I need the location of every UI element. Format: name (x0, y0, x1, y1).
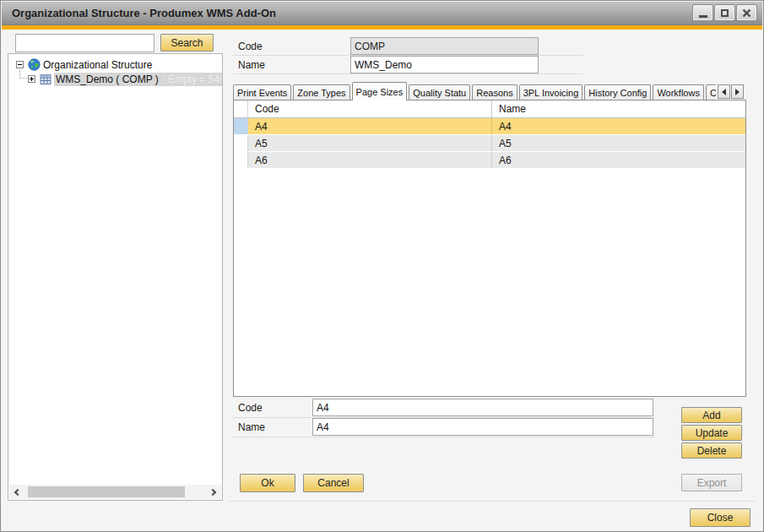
app-window: Organizational Structure - Produmex WMS … (0, 0, 764, 532)
company-code-label: Code (238, 41, 263, 52)
tab-scroll-right-button[interactable] (731, 84, 744, 99)
triangle-left-icon (722, 89, 726, 95)
tab-reasons[interactable]: Reasons (472, 84, 517, 100)
window-controls (693, 5, 756, 20)
company-name-label: Name (238, 59, 265, 71)
chevron-right-icon (209, 488, 216, 495)
tree-horizontal-scrollbar (9, 485, 221, 499)
tab-scroll-buttons (718, 84, 744, 99)
maximize-icon (721, 9, 729, 17)
chevron-left-icon (14, 488, 21, 495)
expand-icon[interactable] (28, 75, 35, 83)
column-header-name[interactable]: Name (491, 100, 745, 117)
update-button[interactable]: Update (681, 425, 742, 441)
tab-workflows[interactable]: Workflows (653, 84, 704, 100)
close-window-button[interactable] (737, 5, 756, 20)
tree-node-wms-demo[interactable]: WMS_Demo ( COMP ) - Empty = 54/5 (8, 72, 222, 86)
cell-code[interactable]: A5 (248, 135, 491, 151)
column-header-code[interactable]: Code (248, 100, 491, 117)
close-button[interactable]: Close (690, 508, 750, 527)
maximize-button[interactable] (715, 5, 734, 20)
tab-quality-status[interactable]: Quality Statu (409, 84, 470, 100)
tab-print-events[interactable]: Print Events (233, 84, 291, 100)
row-selector[interactable] (234, 135, 248, 151)
tab-history-config[interactable]: History Config (584, 84, 651, 100)
collapse-icon[interactable] (16, 61, 24, 68)
minimize-icon (699, 15, 707, 18)
scroll-left-button[interactable] (9, 485, 24, 499)
tab-scroll-left-button[interactable] (718, 84, 730, 99)
tab-3pl-invoicing[interactable]: 3PL Invoicing (519, 84, 583, 100)
grid-row-a6[interactable]: A6 A6 (234, 152, 745, 169)
cell-name[interactable]: A4 (491, 118, 745, 134)
field-separator (233, 437, 655, 437)
grid-row-a5[interactable]: A5 A5 (234, 135, 745, 152)
company-database-icon (40, 73, 51, 85)
org-structure-tree: Organizational Structure WMS_Demo ( COMP… (8, 53, 223, 501)
tab-zone-types[interactable]: Zone Types (293, 84, 349, 100)
tree-node-organizational-structure[interactable]: Organizational Structure (8, 57, 222, 72)
search-input[interactable] (15, 34, 154, 52)
grid-row-a4[interactable]: A4 A4 (234, 118, 745, 135)
search-button[interactable]: Search (160, 34, 214, 52)
globe-icon (28, 58, 41, 71)
scroll-right-button[interactable] (207, 485, 221, 499)
row-selector[interactable] (234, 152, 248, 168)
ok-button[interactable]: Ok (240, 474, 295, 492)
accent-stripe (2, 25, 762, 30)
cell-code[interactable]: A4 (248, 118, 491, 134)
detail-code-label: Code (238, 402, 263, 414)
detail-name-label: Name (238, 421, 265, 433)
company-code-field (350, 37, 539, 55)
tab-config[interactable]: Conf (706, 84, 716, 100)
row-selector[interactable] (234, 118, 248, 134)
minimize-button[interactable] (693, 5, 713, 20)
row-selector-header[interactable] (234, 100, 248, 117)
field-separator (233, 73, 583, 74)
triangle-right-icon (735, 89, 740, 95)
cell-name[interactable]: A6 (491, 152, 745, 168)
tree-node-label: WMS_Demo ( COMP ) (56, 73, 159, 85)
page-sizes-grid: Code Name A4 A4 A5 A5 A6 A6 (233, 100, 746, 397)
delete-button[interactable]: Delete (681, 442, 742, 459)
scrollbar-thumb[interactable] (28, 486, 185, 497)
grid-header-row: Code Name (234, 100, 745, 118)
cell-code[interactable]: A6 (248, 152, 491, 168)
add-button[interactable]: Add (681, 407, 742, 423)
cancel-button[interactable]: Cancel (303, 474, 364, 492)
title-bar: Organizational Structure - Produmex WMS … (2, 2, 762, 25)
close-icon (742, 8, 751, 18)
detail-code-field[interactable] (312, 399, 653, 416)
company-name-field[interactable] (350, 56, 539, 73)
tree-selection: WMS_Demo ( COMP ) - Empty = 54/5 (54, 73, 222, 86)
tree-node-status-text: - Empty = 54/5 (162, 73, 222, 85)
window-title: Organizational Structure - Produmex WMS … (2, 7, 276, 19)
tab-page-sizes[interactable]: Page Sizes (352, 82, 408, 100)
detail-name-field[interactable] (312, 418, 653, 436)
panel-bottom-border (230, 501, 755, 502)
settings-tabstrip: Print Events Zone Types Page Sizes Quali… (233, 82, 716, 100)
tree-node-label: Organizational Structure (43, 59, 152, 71)
export-button: Export (681, 474, 742, 491)
cell-name[interactable]: A5 (491, 135, 745, 151)
